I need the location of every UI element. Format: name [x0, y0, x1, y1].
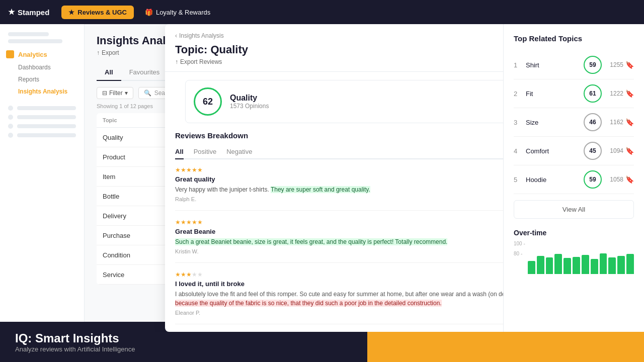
review-author: Kristin W.: [175, 248, 198, 254]
chart-bar: [528, 261, 535, 274]
overtime-title: Over-time: [514, 229, 634, 237]
nav-tab-reviews[interactable]: ★ Reviews & UGC: [61, 6, 134, 19]
bookmark-icon: 🔖: [625, 89, 634, 98]
sidebar: Analytics Dashboards Reports Insights An…: [0, 24, 85, 332]
topic-count: 1255: [606, 61, 623, 68]
chevron-left-icon: ‹: [175, 32, 177, 39]
skeleton-line: [8, 39, 62, 43]
topic-count: 1162: [606, 119, 623, 126]
topic-rank: 2: [514, 90, 522, 98]
main-content: Insights Analysis ↑ Export All Favourite…: [85, 24, 503, 332]
related-topics-title: Top Related Topics: [514, 34, 634, 43]
export-icon: ↑: [97, 49, 100, 56]
tab-all[interactable]: All: [97, 64, 121, 81]
review-stars: ★★★★★: [175, 271, 503, 278]
export-label: Export: [102, 49, 119, 56]
review-stars: ★★★★★: [175, 166, 503, 173]
skeleton-line: [17, 124, 76, 128]
bookmark-icon: 🔖: [625, 118, 634, 126]
loyalty-icon: 🎁: [145, 9, 153, 16]
related-topic-row[interactable]: 2 Fit 61 1222 🔖: [514, 79, 634, 108]
quality-name: Quality: [230, 94, 503, 103]
view-all-button[interactable]: View All: [514, 200, 634, 219]
topic-rank: 5: [514, 176, 522, 184]
related-topic-row[interactable]: 4 Comfort 45 1094 🔖: [514, 137, 634, 165]
highlight-text: They are super soft and great quality.: [271, 186, 370, 193]
chart-bar: [564, 258, 571, 274]
sidebar-item-reports[interactable]: Reports: [0, 73, 84, 85]
topic-rank: 1: [514, 61, 522, 69]
bookmark-icon: 🔖: [625, 61, 634, 69]
review-title: Great quality: [175, 175, 503, 183]
related-topic-row[interactable]: 1 Shirt 59 1255 🔖: [514, 51, 634, 79]
review-meta: Kristin W. 3 Days ago: [175, 248, 503, 254]
quality-info: Quality 1573 Opinions: [230, 94, 503, 110]
chart-bar: [582, 255, 589, 274]
chart-bar: [573, 257, 580, 274]
logo-star: ★: [8, 8, 15, 17]
reviews-breakdown-title: Reviews Breakdown: [175, 131, 503, 140]
chart-bar: [554, 254, 562, 274]
related-topic-row[interactable]: 5 Hoodie 59 1058 🔖: [514, 165, 634, 194]
app-logo: ★ Stamped: [8, 8, 49, 17]
export-reviews-button[interactable]: ↑ Export Reviews: [175, 58, 503, 65]
detail-header: ‹ Insights Analysis Topic: Quality ↑ Exp…: [165, 24, 503, 72]
review-tabs: All Positive Negative: [175, 145, 503, 159]
review-meta: Ralph E. 2 Days ago: [175, 196, 503, 202]
topic-label: Hoodie: [522, 176, 580, 184]
skeleton-line: [17, 106, 76, 110]
brand-name: Stamped: [18, 8, 49, 17]
review-tab-negative[interactable]: Negative: [226, 145, 252, 159]
analytics-label: Analytics: [18, 51, 47, 58]
skeleton-line: [17, 115, 76, 119]
review-tab-all[interactable]: All: [175, 145, 184, 159]
reviews-star-icon: ★: [68, 9, 74, 16]
skeleton-line: [17, 133, 76, 137]
detail-title: Topic: Quality: [175, 43, 503, 56]
chart-area: 100 - 80 -: [514, 241, 634, 276]
reviews-section: Reviews Breakdown All Positive Negative …: [165, 131, 503, 332]
chart-bar: [591, 259, 598, 274]
back-link[interactable]: ‹ Insights Analysis: [175, 32, 503, 39]
review-text: I absolutely love the fit and feel of th…: [175, 290, 503, 308]
chart-bar: [617, 256, 625, 274]
search-icon: 🔍: [144, 89, 151, 97]
chart-bar: [537, 256, 544, 274]
skeleton-line: [8, 32, 49, 36]
analytics-nav-item[interactable]: Analytics: [0, 47, 84, 61]
topic-count: 1058: [606, 176, 623, 183]
skeleton-dot: [8, 115, 13, 120]
topic-label: Fit: [522, 90, 580, 98]
quality-card: 62 Quality 1573 Opinions 1445: [185, 80, 503, 123]
review-text: Such a great Beaniet beanie, size is gre…: [175, 237, 503, 246]
detail-overlay: ‹ Insights Analysis Topic: Quality ↑ Exp…: [165, 24, 503, 332]
promo-title: IQ: Smart Insights: [15, 331, 125, 345]
nav-tab-loyalty[interactable]: 🎁 Loyalty & Rewards: [138, 6, 217, 19]
back-label: Insights Analysis: [179, 32, 224, 39]
filter-button[interactable]: ⊟ Filter ▾: [97, 87, 133, 99]
quality-opinions: 1573 Opinions: [230, 103, 503, 110]
loyalty-tab-label: Loyalty & Rewards: [156, 9, 210, 16]
review-stars: ★★★★★: [175, 219, 503, 226]
promo-content: IQ: Smart Insights Analyze reviews with …: [15, 331, 135, 353]
skeleton-dot: [8, 106, 13, 111]
tab-favourites[interactable]: Favourites: [121, 64, 168, 81]
highlight-text: I'm so bummed because the quality of the…: [175, 291, 503, 307]
topic-score-badge: 45: [584, 142, 602, 160]
topic-score-badge: 46: [584, 113, 602, 131]
related-topic-row[interactable]: 3 Size 46 1162 🔖: [514, 108, 634, 137]
topic-label: Size: [522, 119, 580, 126]
sidebar-item-insights[interactable]: Insights Analysis: [0, 85, 84, 98]
reviews-tab-label: Reviews & UGC: [77, 9, 127, 16]
chevron-down-icon: ▾: [125, 89, 128, 97]
bookmark-icon: 🔖: [625, 147, 634, 155]
skeleton-dot: [8, 133, 13, 138]
filter-label: Filter: [109, 89, 123, 97]
review-item: ★★★★★ Great quality Very happy with the …: [175, 166, 503, 211]
review-text: Very happy with the juniper t-shirts. Th…: [175, 185, 503, 194]
review-title: Great Beanie: [175, 228, 503, 235]
review-tab-positive[interactable]: Positive: [194, 145, 217, 159]
sidebar-item-dashboards[interactable]: Dashboards: [0, 61, 84, 73]
review-meta: Eleanor P. 3 Days ago: [175, 310, 503, 316]
score-circle: 62: [194, 87, 222, 116]
